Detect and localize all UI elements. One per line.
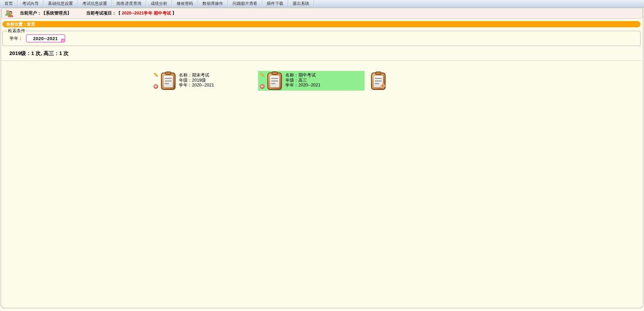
exam-year-line: 学年：2020--2021 (285, 83, 320, 88)
menu-item-plugin-download[interactable]: 插件下载 (262, 0, 288, 7)
current-project-value: 2020--2021学年 期中考试 (122, 11, 171, 16)
pencil-icon[interactable] (153, 72, 159, 78)
school-year-label: 学年： (10, 36, 23, 42)
menu-item-problem-image-view[interactable]: 问题图片查看 (228, 0, 262, 7)
menu-item-basic-info-settings[interactable]: 基础信息设置 (44, 0, 78, 7)
menu-item-marking-progress[interactable]: 阅卷进度查询 (112, 0, 146, 7)
exam-card-selected[interactable]: 名称：期中考试 年级：高三 学年：2020--2021 (258, 71, 364, 91)
school-year-value: 2020--2021 (33, 36, 58, 41)
current-project-suffix: 】 (171, 11, 177, 16)
current-user-label: 当前用户：【系统管理员】 (20, 10, 72, 16)
exam-year-line: 学年：2020--2021 (179, 83, 214, 88)
school-year-select[interactable]: 2020--2021 (26, 34, 65, 43)
exam-grade-line: 年级：高三 (285, 78, 320, 83)
minus-circle-icon[interactable] (260, 84, 265, 89)
breadcrumb-bar: 当前位置：首页 (2, 21, 641, 27)
menu-item-home[interactable]: 首页 (0, 0, 18, 7)
menu-item-database-operations[interactable]: 数据库操作 (198, 0, 228, 7)
minus-circle-icon[interactable] (153, 84, 158, 89)
exam-card-actions (260, 71, 266, 90)
pencil-icon[interactable] (260, 72, 265, 78)
users-icon (5, 10, 14, 17)
add-exam-button[interactable] (368, 71, 388, 92)
exam-name-line: 名称：期末考试 (179, 73, 214, 78)
menu-item-logout[interactable]: 退出系统 (288, 0, 314, 7)
clipboard-icon[interactable] (267, 71, 282, 90)
menu-item-score-analysis[interactable]: 成绩分析 (146, 0, 172, 7)
current-project-label: 当前考试项目：【 2020--2021学年 期中考试 】 (86, 10, 177, 16)
search-conditions-fieldset: 检索条件 学年： 2020--2021 (2, 28, 641, 46)
user-status-bar: 当前用户：【系统管理员】 当前考试项目：【 2020--2021学年 期中考试 … (1, 8, 643, 19)
content-divider (2, 61, 642, 61)
search-conditions-legend: 检索条件 (7, 28, 26, 34)
chevron-down-icon[interactable] (61, 39, 65, 43)
exam-card[interactable]: 名称：期末考试 年级：2019级 学年：2020--2021 (152, 71, 258, 91)
clipboard-icon[interactable] (161, 71, 176, 90)
exam-card-text: 名称：期中考试 年级：高三 学年：2020--2021 (285, 71, 320, 90)
clipboard-plus-icon (371, 71, 386, 90)
menu-item-exam-wizard[interactable]: 考试向导 (18, 0, 44, 7)
menu-item-exam-info-settings[interactable]: 考试信息设置 (78, 0, 112, 7)
current-project-prefix: 当前考试项目：【 (86, 11, 122, 16)
page-frame: 当前用户：【系统管理员】 当前考试项目：【 2020--2021学年 期中考试 … (1, 8, 643, 308)
menu-item-change-password[interactable]: 修改密码 (172, 0, 198, 7)
exam-grade-line: 年级：2019级 (179, 78, 214, 83)
exam-name-line: 名称：期中考试 (285, 73, 320, 78)
exam-cards-row: 名称：期末考试 年级：2019级 学年：2020--2021 (152, 71, 643, 92)
exam-card-actions (153, 71, 160, 90)
exam-count-summary: 2019级：1 次, 高三：1 次 (9, 50, 643, 57)
main-menu-bar: 首页 考试向导 基础信息设置 考试信息设置 阅卷进度查询 成绩分析 修改密码 数… (0, 0, 644, 8)
exam-card-text: 名称：期末考试 年级：2019级 学年：2020--2021 (179, 71, 214, 90)
